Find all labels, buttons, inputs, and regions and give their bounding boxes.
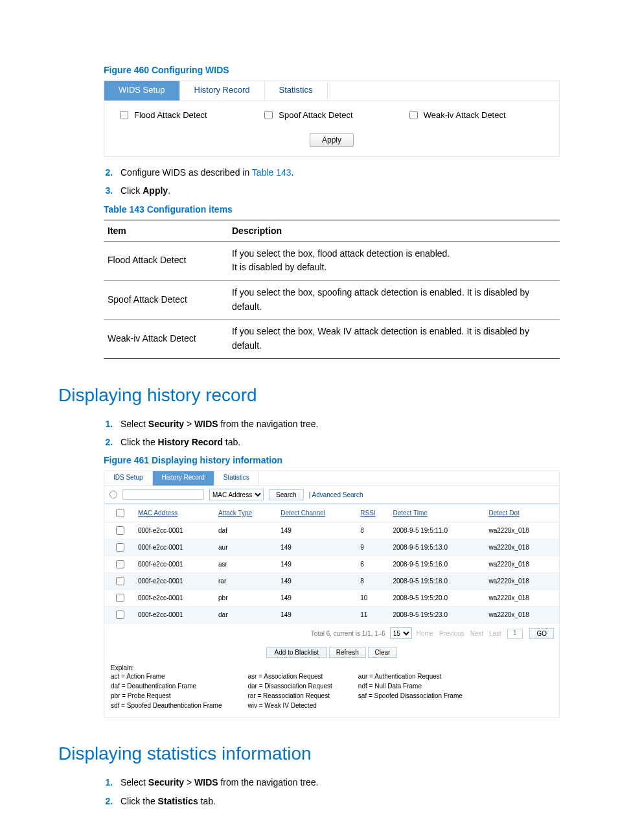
cell-dot: wa2220x_018 (486, 539, 559, 556)
cell-time: 2008-9-5 19:5:13.0 (390, 539, 486, 556)
flood-checkbox[interactable] (120, 111, 128, 119)
history-row: 000f-e2cc-0001asr14962008-9-5 19:5:16.0w… (104, 556, 559, 573)
th-desc: Description (228, 220, 560, 241)
heading-history: Displaying history record (58, 385, 560, 406)
tab-history-record[interactable]: History Record (180, 81, 265, 100)
cell-item: Flood Attack Detect (104, 241, 228, 280)
pager-home: Home (416, 630, 433, 637)
spoof-label: Spoof Attack Detect (279, 110, 352, 120)
cell-item: Spoof Attack Detect (104, 280, 228, 319)
cell-time: 2008-9-5 19:5:11.0 (390, 522, 486, 539)
pager-next: Next (470, 630, 484, 637)
spoof-checkbox[interactable] (264, 111, 273, 119)
cell-ch: 149 (278, 573, 358, 590)
page-number-input[interactable]: 1 (507, 629, 523, 639)
pager: Total 6, current is 1/1, 1–6 15 Home Pre… (104, 624, 559, 643)
figure-461-caption: Figure 461 Displaying history informatio… (104, 455, 560, 465)
table-row: Weak-iv Attack DetectIf you select the b… (104, 320, 560, 358)
cell-dot: wa2220x_018 (486, 573, 559, 590)
weakiv-checkbox[interactable] (409, 111, 418, 119)
table-143: Item Description Flood Attack DetectIf y… (104, 220, 560, 359)
cell-rssi: 8 (358, 522, 390, 539)
row-checkbox[interactable] (116, 594, 124, 602)
cell-ch: 149 (278, 522, 358, 539)
row-checkbox[interactable] (116, 543, 124, 552)
action-buttons: Add to Blacklist Refresh Clear (104, 643, 559, 663)
cell-atk: daf (216, 522, 278, 539)
steps-statistics: Select Security > WIDS from the navigati… (104, 776, 560, 808)
cell-atk: asr (216, 556, 278, 573)
figure-461: IDS Setup History Record Statistics MAC … (104, 471, 560, 718)
cell-ch: 149 (278, 607, 358, 624)
col-rssi[interactable]: RSSI (358, 504, 390, 522)
check-weak-iv-attack[interactable]: Weak-iv Attack Detect (407, 109, 551, 121)
explain-legend: Explain: act = Action Framedaf = Deauthe… (104, 663, 559, 717)
search-input[interactable] (122, 489, 204, 500)
table-143-caption: Table 143 Configuration items (104, 204, 560, 215)
tab-wids-setup[interactable]: WIDS Setup (104, 81, 180, 100)
th-item: Item (104, 220, 228, 241)
cell-rssi: 8 (358, 573, 390, 590)
table-row: Spoof Attack DetectIf you select the box… (104, 280, 560, 319)
check-spoof-attack[interactable]: Spoof Attack Detect (262, 109, 406, 121)
history-row: 000f-e2cc-0001pbr149102008-9-5 19:5:20.0… (104, 590, 559, 607)
row-checkbox[interactable] (116, 577, 124, 585)
cell-dot: wa2220x_018 (486, 522, 559, 539)
refresh-button[interactable]: Refresh (329, 647, 366, 658)
cell-time: 2008-9-5 19:5:23.0 (390, 607, 486, 624)
search-button[interactable]: Search (269, 489, 304, 500)
cell-desc: If you select the box, Weak IV attack de… (228, 320, 560, 358)
pager-prev: Previous (439, 630, 464, 637)
search-bar: MAC Address Search | Advanced Search (104, 485, 559, 504)
select-all-checkbox[interactable] (116, 509, 124, 517)
steps-history: Select Security > WIDS from the navigati… (104, 417, 560, 449)
col-attack-type[interactable]: Attack Type (216, 504, 278, 522)
tab-ids-setup[interactable]: IDS Setup (104, 471, 153, 485)
stats-step-1: Select Security > WIDS from the navigati… (115, 776, 560, 789)
stats-step-2: Click the Statistics tab. (115, 795, 560, 808)
cell-rssi: 10 (358, 590, 390, 607)
fig461-tabbar: IDS Setup History Record Statistics (104, 471, 559, 485)
col-mac[interactable]: MAC Address (135, 504, 216, 522)
fig460-tabbar: WIDS Setup History Record Statistics (104, 81, 559, 101)
advanced-search-link[interactable]: | Advanced Search (309, 491, 363, 498)
steps-configure: Configure WIDS as described in Table 143… (104, 166, 560, 198)
history-step-1: Select Security > WIDS from the navigati… (115, 417, 560, 430)
cell-mac: 000f-e2cc-0001 (135, 556, 216, 573)
cell-dot: wa2220x_018 (486, 607, 559, 624)
figure-460: WIDS Setup History Record Statistics Flo… (104, 80, 560, 157)
row-checkbox[interactable] (116, 611, 124, 619)
tab-statistics-2[interactable]: Statistics (214, 471, 259, 485)
tab-history-record-2[interactable]: History Record (153, 471, 214, 485)
row-checkbox[interactable] (116, 526, 124, 535)
apply-button[interactable]: Apply (310, 133, 354, 147)
page-size-select[interactable]: 15 (390, 627, 412, 639)
history-step-2: Click the History Record tab. (115, 436, 560, 449)
cell-atk: pbr (216, 590, 278, 607)
history-row: 000f-e2cc-0001dar149112008-9-5 19:5:23.0… (104, 607, 559, 624)
col-channel[interactable]: Detect Channel (278, 504, 358, 522)
cell-mac: 000f-e2cc-0001 (135, 522, 216, 539)
col-time[interactable]: Detect Time (390, 504, 486, 522)
heading-statistics: Displaying statistics information (58, 743, 560, 764)
tab-statistics[interactable]: Statistics (265, 81, 328, 100)
cell-desc: If you select the box, spoofing attack d… (228, 280, 560, 319)
history-table: MAC Address Attack Type Detect Channel R… (104, 504, 559, 624)
go-button[interactable]: GO (529, 628, 554, 639)
table-row: Flood Attack DetectIf you select the box… (104, 241, 560, 280)
cell-desc: If you select the box, flood attack dete… (228, 241, 560, 280)
link-table-143[interactable]: Table 143 (252, 167, 292, 178)
col-dot[interactable]: Detect Dot (486, 504, 559, 522)
add-to-blacklist-button[interactable]: Add to Blacklist (266, 647, 327, 658)
cell-mac: 000f-e2cc-0001 (135, 573, 216, 590)
check-flood-attack[interactable]: Flood Attack Detect (117, 109, 262, 121)
row-checkbox[interactable] (116, 560, 124, 568)
history-row: 000f-e2cc-0001aur14992008-9-5 19:5:13.0w… (104, 539, 559, 556)
clear-button[interactable]: Clear (368, 647, 398, 658)
search-icon (109, 491, 117, 498)
explain-col: asr = Association Requestdar = Disassoci… (248, 671, 332, 710)
search-field-select[interactable]: MAC Address (209, 489, 264, 500)
cell-mac: 000f-e2cc-0001 (135, 607, 216, 624)
cell-rssi: 11 (358, 607, 390, 624)
cell-mac: 000f-e2cc-0001 (135, 539, 216, 556)
